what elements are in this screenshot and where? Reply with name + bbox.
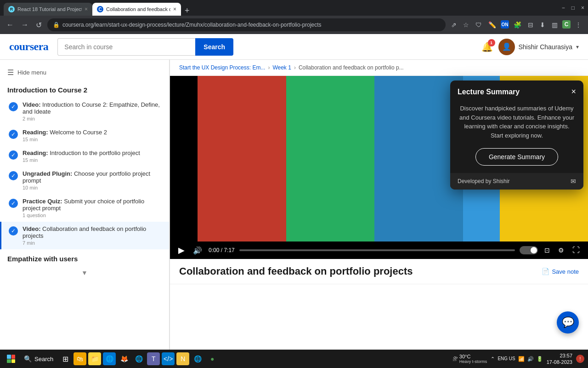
hide-menu-label: Hide menu — [17, 69, 46, 76]
sidebar-section-title: Introduction to Course 2 — [0, 80, 169, 98]
task-view-icon: ⊞ — [62, 355, 68, 363]
sidebar-item-5[interactable]: ✓ Video: Collaboration and feedback on p… — [0, 222, 169, 249]
progress-bar[interactable] — [239, 249, 515, 251]
weather-info: ⛈ 30°C Heavy t-storms — [452, 354, 487, 364]
popup-title: Lecture Summary — [458, 88, 520, 96]
mail-icon[interactable]: ✉ — [571, 178, 576, 185]
edit-icon[interactable]: ✏️ — [486, 20, 498, 29]
teams-icon: T — [152, 355, 156, 362]
time-current: 0:00 — [209, 247, 219, 253]
save-note-button[interactable]: 📄 Save note — [542, 268, 579, 275]
maximize-button[interactable]: □ — [571, 5, 575, 11]
close-button[interactable]: × — [581, 5, 584, 11]
sidebar-item-3[interactable]: ✓ Ungraded Plugin: Choose your portfolio… — [0, 167, 169, 194]
fullscreen-button[interactable]: ⛶ — [571, 246, 582, 254]
taskbar-icon-chrome2[interactable]: ● — [206, 352, 219, 365]
tab-react-label: React 18 Tutorial and Projects C... — [17, 6, 82, 12]
colorbar-green — [286, 76, 375, 242]
sidebar-item-1[interactable]: ✓ Reading: Welcome to Course 2 15 min — [0, 125, 169, 146]
secure-icon: 🔒 — [53, 22, 60, 28]
weather-desc: Heavy t-storms — [459, 359, 487, 364]
item-duration-1: 15 min — [23, 137, 162, 142]
sidebar-item-2[interactable]: ✓ Reading: Introduction to the portfolio… — [0, 146, 169, 167]
sidebar-item-4[interactable]: ✓ Practice Quiz: Submit your choice of p… — [0, 194, 169, 222]
taskbar-task-view[interactable]: ⊞ — [59, 352, 72, 365]
notification-center-button[interactable]: ! — [576, 355, 584, 363]
files-icon: 📁 — [91, 355, 99, 362]
taskbar-search[interactable]: 🔍 Search — [20, 353, 57, 364]
on-extension-icon[interactable]: ON — [501, 20, 509, 29]
breadcrumb-item-0[interactable]: Start the UX Design Process: Em... — [179, 64, 265, 71]
tab-coursera-close[interactable]: × — [173, 6, 176, 12]
menu-icon[interactable]: ⋮ — [573, 20, 583, 29]
check-icon-1: ✓ — [9, 130, 18, 139]
tab-react-favicon: R — [8, 6, 15, 12]
video-title-row: Collaboration and feedback on portfolio … — [170, 259, 588, 284]
new-tab-button[interactable]: + — [181, 6, 193, 16]
breadcrumb-item-1[interactable]: Week 1 — [272, 64, 291, 71]
chevron-up-icon[interactable]: ⌃ — [491, 356, 495, 362]
firefox-icon: 🦊 — [120, 355, 128, 362]
notification-button[interactable]: 🔔 1 — [481, 41, 493, 52]
search-input[interactable] — [57, 38, 195, 56]
download-icon[interactable]: ⬇ — [538, 20, 547, 29]
weather-text: 30°C Heavy t-storms — [459, 354, 487, 364]
yellow-icon: N — [181, 355, 185, 362]
item-type-4: Practice Quiz: Submit your choice of por… — [23, 198, 162, 212]
minimize-button[interactable]: − — [562, 5, 565, 11]
taskbar-icon-browser2[interactable]: 🌐 — [191, 352, 204, 365]
settings-button[interactable]: ⚙ — [556, 247, 566, 254]
search-form: Search — [57, 38, 241, 56]
user-chevron-icon: ▾ — [576, 44, 579, 50]
sidebar-container: ☰ Hide menu Introduction to Course 2 ✓ V… — [0, 60, 170, 350]
header-right: 🔔 1 👤 Shishir Chaurasiya ▾ — [481, 39, 579, 55]
caption-button[interactable]: ⊡ — [543, 247, 552, 254]
user-profile[interactable]: 👤 Shishir Chaurasiya ▾ — [498, 39, 579, 55]
search-icon: 🔍 — [24, 355, 32, 362]
tab-react-close[interactable]: × — [85, 6, 88, 12]
sidebar-item-0[interactable]: ✓ Video: Introduction to Course 2: Empat… — [0, 98, 169, 125]
taskbar-icon-edge[interactable]: 🌐 — [103, 352, 116, 365]
item-duration-2: 15 min — [23, 157, 162, 163]
address-bar[interactable]: 🔒 coursera.org/learn/start-ux-design-pro… — [47, 18, 446, 31]
forward-button[interactable]: → — [19, 19, 30, 31]
speed-dot — [531, 247, 537, 253]
taskbar-icon-store[interactable]: 🛍 — [74, 352, 86, 365]
back-button[interactable]: ← — [5, 19, 16, 31]
window-controls[interactable]: − □ × — [562, 5, 584, 11]
clock-time: 23:57 — [547, 352, 572, 359]
puzzle-icon[interactable]: 🧩 — [512, 20, 523, 29]
volume-button[interactable]: 🔊 — [191, 246, 204, 255]
start-button[interactable] — [4, 351, 18, 366]
chat-bubble[interactable]: 💬 — [557, 311, 579, 334]
shield-icon[interactable]: 🛡 — [474, 20, 484, 29]
lecture-summary-popup: Lecture Summary × Discover handpicked su… — [450, 80, 583, 190]
hide-menu-button[interactable]: ☰ Hide menu — [0, 64, 169, 80]
taskbar-icon-teams[interactable]: T — [147, 352, 160, 365]
check-icon-3: ✓ — [9, 171, 18, 180]
taskbar-icon-yellow[interactable]: N — [176, 352, 189, 365]
sidebar-icon[interactable]: ⊟ — [526, 20, 535, 29]
tab-coursera[interactable]: C Collaboration and feedback on p... × — [92, 3, 181, 16]
bookmark-icon[interactable]: ☆ — [461, 20, 471, 29]
generate-summary-button[interactable]: Generate Summary — [475, 148, 558, 166]
coursera-ext-icon[interactable]: C — [562, 20, 571, 29]
play-button[interactable]: ▶ — [176, 245, 187, 255]
tab-react[interactable]: R React 18 Tutorial and Projects C... × — [4, 3, 92, 16]
popup-close-button[interactable]: × — [571, 87, 576, 97]
taskbar-icon-firefox[interactable]: 🦊 — [118, 352, 130, 365]
weather-temp: 30°C — [459, 354, 487, 359]
taskbar-icon-chrome[interactable]: 🌐 — [132, 352, 145, 365]
refresh-button[interactable]: ↺ — [34, 19, 44, 31]
taskbar-icon-files[interactable]: 📁 — [88, 352, 101, 365]
breadcrumb-sep-1: › — [294, 64, 296, 71]
coursera-logo[interactable]: coursera — [9, 40, 48, 53]
search-button[interactable]: Search — [195, 38, 233, 56]
split-icon[interactable]: ▥ — [550, 20, 560, 29]
item-duration-4: 1 question — [23, 213, 162, 218]
popup-header: Lecture Summary × — [450, 80, 583, 101]
speed-indicator[interactable] — [520, 246, 538, 254]
taskbar-icon-vscode[interactable]: </> — [162, 352, 175, 365]
share-icon[interactable]: ⇗ — [449, 20, 458, 29]
item-type-2: Reading: Introduction to the portfolio p… — [23, 150, 162, 156]
